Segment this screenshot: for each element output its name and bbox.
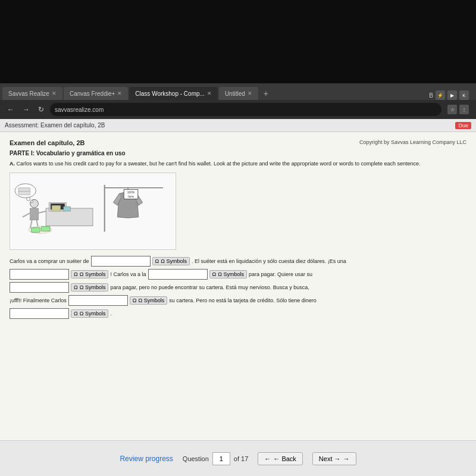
question-label: Question	[183, 455, 209, 462]
back-button[interactable]: ← ← Back	[258, 452, 303, 465]
new-tab-button[interactable]: +	[259, 87, 273, 100]
screen-bezel	[0, 0, 476, 83]
browser-ext-icon2[interactable]: ▶	[447, 90, 457, 100]
total-questions: of 17	[234, 455, 248, 462]
tab-untitled-label: Untitled	[225, 90, 245, 97]
next-arrow-icon: →	[343, 455, 350, 462]
tab-savvas-label: Savvas Realize	[8, 90, 49, 97]
input-6[interactable]	[10, 308, 69, 319]
forward-browser-btn[interactable]: →	[20, 104, 32, 115]
input-1[interactable]	[91, 256, 151, 267]
back-arrow-icon: ←	[264, 455, 271, 462]
store-scene-svg: $$	[10, 173, 176, 249]
instruction-label: A.	[10, 161, 15, 167]
address-bar-text: savvasrealize.com	[55, 107, 104, 113]
sentence-3-after: para pagar, pero no puede encontrar su c…	[110, 284, 309, 290]
tab-untitled[interactable]: Untitled ✕	[219, 87, 258, 100]
address-bar[interactable]: savvasrealize.com	[50, 103, 441, 116]
sentence-4: ¡ufff!! Finalmente Carlos Ω Ω Symbols su…	[10, 295, 466, 306]
main-content: Examen del capítulo, 2B Copyright by Sav…	[0, 132, 476, 440]
question-nav: Question of 17	[183, 452, 249, 465]
input-2[interactable]	[10, 269, 69, 280]
sentence-2: Ω Ω Symbols ! Carlos va a la Ω Ω Symbols…	[10, 269, 466, 280]
sentence-5: Ω Ω Symbols .	[10, 308, 466, 319]
tab-canvas-close[interactable]: ✕	[117, 90, 122, 96]
exam-title-row: Examen del capítulo, 2B Copyright by Sav…	[10, 139, 466, 146]
sentence-2-after: ! Carlos va a la	[110, 271, 146, 277]
question-number-input[interactable]	[212, 452, 230, 465]
next-label: Next →	[319, 455, 341, 462]
sentence-5-after: .	[110, 311, 112, 317]
back-label: ← Back	[273, 455, 296, 462]
review-progress-button[interactable]: Review progress	[120, 455, 173, 463]
svg-rect-25	[32, 227, 40, 232]
copyright-text: Copyright by Savvas Learning Company LLC	[359, 139, 466, 145]
svg-rect-23	[64, 206, 71, 211]
tab-bar: Savvas Realize ✕ Canvas Freddie+ ✕ Class…	[0, 83, 476, 100]
tab-class-label: Class Workshop - Comp...	[135, 90, 205, 97]
tab-canvas-label: Canvas Freddie+	[70, 90, 115, 97]
svg-rect-26	[41, 226, 50, 231]
omega-btn-1[interactable]: Ω Ω Symbols	[152, 257, 190, 265]
extension-icons: ☆ ⋮	[445, 105, 471, 114]
sentence-1-after: . El suéter está en liquidación y sólo c…	[192, 258, 346, 264]
sentence-1: Carlos va a comprar un suéter de Ω Ω Sym…	[10, 256, 466, 267]
input-3[interactable]	[148, 269, 208, 280]
svg-rect-22	[52, 205, 61, 211]
sentence-2-after2: para pagar. Quiere usar su	[249, 271, 312, 277]
tab-savvas-close[interactable]: ✕	[52, 90, 57, 96]
omega-btn-3[interactable]: Ω Ω Symbols	[209, 270, 247, 278]
refresh-btn[interactable]: ↻	[36, 104, 46, 115]
instructions: A. Carlos wants to use his credit card t…	[10, 160, 466, 168]
omega-btn-4[interactable]: Ω Ω Symbols	[71, 283, 108, 292]
tab-untitled-close[interactable]: ✕	[248, 90, 252, 96]
instruction-text: Carlos wants to use his credit card to p…	[17, 161, 421, 167]
omega-btn-2[interactable]: Ω Ω Symbols	[71, 270, 108, 278]
exam-title: Examen del capítulo, 2B	[10, 139, 85, 146]
next-button[interactable]: Next → →	[312, 452, 356, 465]
store-illustration: $$	[10, 173, 176, 250]
ext-icon-b[interactable]: ⋮	[459, 105, 469, 114]
sentence-4-after: su cartera. Pero no está la tarjeta de c…	[169, 298, 317, 303]
tab-savvas[interactable]: Savvas Realize ✕	[2, 87, 62, 100]
input-5[interactable]	[68, 295, 128, 306]
svg-rect-6	[30, 208, 39, 220]
browser-chrome: Savvas Realize ✕ Canvas Freddie+ ✕ Class…	[0, 83, 476, 119]
bottom-nav: Review progress Question of 17 ← ← Back …	[0, 440, 476, 476]
omega-btn-5[interactable]: Ω Ω Symbols	[130, 296, 167, 305]
assessment-header: Assessment: Examen del capítulo, 2B Due	[0, 119, 476, 132]
svg-point-12	[27, 197, 30, 201]
ext-icon-a[interactable]: ☆	[447, 105, 457, 114]
input-4[interactable]	[10, 282, 69, 293]
due-badge: Due	[455, 122, 471, 129]
sentence-3: Ω Ω Symbols para pagar, pero no puede en…	[10, 282, 466, 293]
tab-class-close[interactable]: ✕	[207, 90, 212, 96]
tab-class-workshop[interactable]: Class Workshop - Comp... ✕	[129, 87, 218, 100]
section-title: PARTE I: Vocabulario y gramática en uso	[10, 150, 466, 156]
browser-ext-icon1[interactable]: ⚡	[436, 90, 445, 100]
browser-ext-icon3[interactable]: K	[459, 90, 469, 100]
sentence-1-before: Carlos va a comprar un suéter de	[10, 258, 89, 264]
browser-ext-b: B	[429, 92, 433, 99]
breadcrumb: Assessment: Examen del capítulo, 2B	[5, 122, 105, 129]
tab-canvas[interactable]: Canvas Freddie+ ✕	[64, 87, 128, 100]
address-bar-row: ← → ↻ savvasrealize.com ☆ ⋮	[0, 100, 476, 119]
svg-text:100%: 100%	[127, 191, 135, 194]
svg-point-13	[31, 200, 33, 202]
omega-btn-6[interactable]: Ω Ω Symbols	[71, 309, 108, 318]
svg-text:lana: lana	[128, 195, 134, 198]
sentence-4-before: ¡ufff!! Finalmente Carlos	[10, 298, 67, 303]
back-browser-btn[interactable]: ←	[5, 104, 17, 115]
